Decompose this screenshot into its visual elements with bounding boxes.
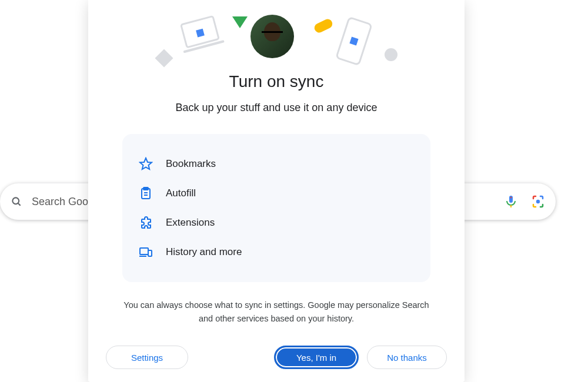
feature-label: Bookmarks <box>166 158 216 170</box>
feature-history: History and more <box>139 237 414 267</box>
yes-button[interactable]: Yes, I'm in <box>274 346 359 369</box>
circle-decoration <box>385 48 397 61</box>
star-icon <box>139 157 153 171</box>
mic-icon[interactable] <box>504 195 518 209</box>
svg-rect-10 <box>349 36 358 45</box>
devices-icon <box>139 245 153 259</box>
search-actions <box>504 195 545 209</box>
feature-bookmarks: Bookmarks <box>139 149 414 179</box>
svg-point-4 <box>510 197 512 198</box>
extension-icon <box>139 216 153 230</box>
svg-line-1 <box>18 203 21 206</box>
lens-icon[interactable] <box>531 195 545 209</box>
sync-modal: Turn on sync Back up your stuff and use … <box>88 0 465 382</box>
feature-label: Extensions <box>166 217 215 229</box>
svg-point-0 <box>12 197 19 204</box>
button-row: Settings Yes, I'm in No thanks <box>88 346 465 369</box>
svg-marker-11 <box>140 158 152 169</box>
sync-illustration <box>88 0 465 68</box>
feature-extensions: Extensions <box>139 208 414 237</box>
phone-icon <box>333 15 375 68</box>
settings-button[interactable]: Settings <box>106 346 188 369</box>
features-list: Bookmarks Autofill Extensions History <box>122 134 430 282</box>
svg-rect-7 <box>196 29 205 38</box>
svg-point-5 <box>536 200 540 203</box>
triangle-decoration <box>232 16 248 28</box>
svg-rect-16 <box>140 248 148 254</box>
modal-title: Turn on sync <box>88 72 465 91</box>
modal-subtitle: Back up your stuff and use it on any dev… <box>88 102 465 114</box>
clipboard-icon <box>139 186 153 200</box>
svg-rect-2 <box>509 196 513 203</box>
svg-rect-18 <box>148 250 152 256</box>
avatar <box>250 15 294 58</box>
feature-label: History and more <box>166 246 242 258</box>
feature-autofill: Autofill <box>139 179 414 208</box>
laptop-icon <box>176 13 225 56</box>
fine-print: You can always choose what to sync in se… <box>122 299 430 326</box>
search-icon <box>11 196 22 207</box>
no-thanks-button[interactable]: No thanks <box>367 346 447 369</box>
pill-decoration <box>313 18 334 34</box>
diamond-decoration <box>155 49 173 67</box>
feature-label: Autofill <box>166 187 196 199</box>
